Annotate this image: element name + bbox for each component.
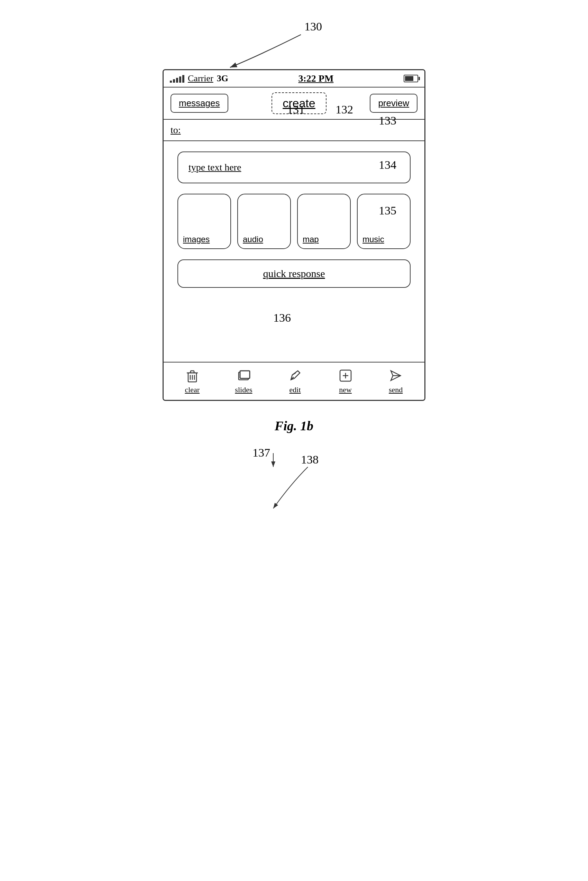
- carrier-label: Carrier: [188, 74, 213, 84]
- edit-label: edit: [290, 385, 301, 394]
- annotation-131: 131: [287, 103, 305, 116]
- new-toolbar-item[interactable]: new: [338, 368, 353, 394]
- annotation-133: 133: [379, 114, 396, 127]
- battery-icon: [404, 75, 418, 82]
- signal-bars-icon: [170, 74, 184, 83]
- images-button[interactable]: images: [177, 194, 231, 249]
- audio-button[interactable]: audio: [237, 194, 291, 249]
- annotation-135: 135: [379, 204, 396, 217]
- slides-toolbar-item[interactable]: slides: [235, 368, 252, 394]
- new-label: new: [339, 385, 352, 394]
- clear-toolbar-item[interactable]: clear: [185, 368, 200, 394]
- slides-icon: [236, 368, 251, 383]
- network-label: 3G: [217, 74, 228, 84]
- toolbar: clear slides edit: [164, 363, 424, 400]
- edit-toolbar-item[interactable]: edit: [287, 368, 303, 394]
- trash-icon: [185, 368, 200, 383]
- slides-label: slides: [235, 385, 252, 394]
- text-input[interactable]: type text here: [177, 152, 411, 183]
- annotation-136: 136: [273, 311, 291, 324]
- preview-button[interactable]: preview: [370, 94, 417, 113]
- messages-button[interactable]: messages: [171, 94, 228, 113]
- annotation-138: 138: [301, 453, 318, 466]
- annotation-132: 132: [336, 103, 353, 116]
- annotation-134: 134: [379, 158, 396, 171]
- status-bar: Carrier 3G 3:22 PM: [164, 70, 424, 87]
- send-toolbar-item[interactable]: send: [388, 368, 403, 394]
- quick-response-button[interactable]: quick response: [177, 260, 411, 288]
- music-button[interactable]: music: [357, 194, 411, 249]
- send-label: send: [389, 385, 403, 394]
- figure-caption: Fig. 1b: [274, 418, 314, 434]
- annotation-130: 130: [304, 20, 322, 33]
- plus-icon: [338, 368, 353, 383]
- map-button[interactable]: map: [297, 194, 351, 249]
- time-label: 3:22 PM: [298, 73, 334, 84]
- clear-label: clear: [185, 385, 200, 394]
- annotation-137: 137: [252, 446, 270, 459]
- content-area: type text here images audio map music qu…: [164, 141, 424, 363]
- send-icon: [388, 368, 403, 383]
- media-buttons-row: images audio map music: [177, 194, 411, 249]
- pencil-icon: [287, 368, 303, 383]
- svg-rect-10: [240, 371, 250, 378]
